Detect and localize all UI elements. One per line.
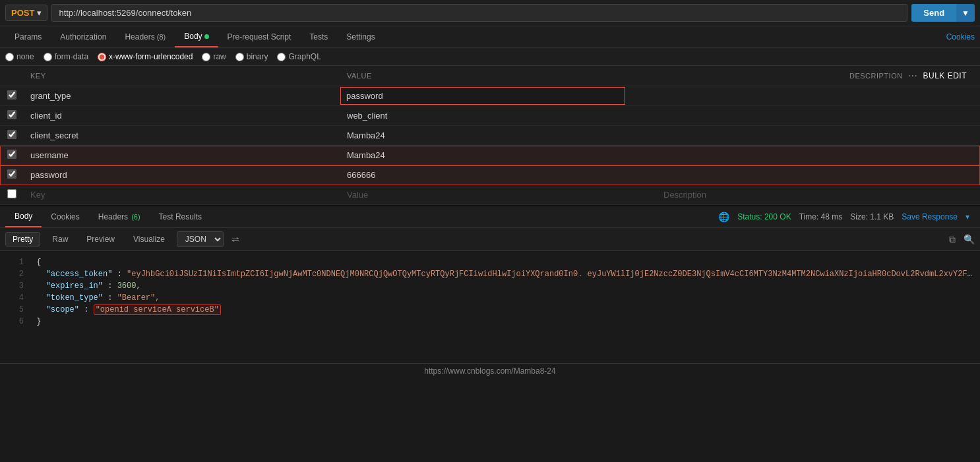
send-button-group: Send ▼	[911, 4, 975, 22]
search-icon[interactable]: 🔍	[964, 234, 975, 245]
resp-tab-cookies[interactable]: Cookies	[42, 207, 88, 227]
body-type-graphql[interactable]: GraphQL	[277, 52, 321, 61]
footer-watermark: https://www.cnblogs.com/Mamba8-24	[0, 363, 980, 378]
table-row	[0, 126, 980, 146]
url-input[interactable]	[51, 4, 907, 22]
tab-params[interactable]: Params	[5, 27, 51, 47]
save-response-dropdown-icon[interactable]: ▾	[965, 212, 969, 221]
tab-headers[interactable]: Headers (8)	[115, 27, 175, 47]
key-input[interactable]	[24, 106, 340, 125]
json-line-1: 1 {	[8, 256, 972, 268]
value-input[interactable]	[340, 165, 657, 185]
tab-authorization[interactable]: Authorization	[51, 27, 115, 47]
key-input[interactable]	[24, 165, 340, 185]
body-type-bar: none form-data x-www-form-urlencoded raw…	[0, 48, 980, 66]
json-line-6: 6 }	[8, 316, 972, 328]
response-tab-bar: Body Cookies Headers (6) Test Results 🌐 …	[0, 206, 980, 228]
send-dropdown-button[interactable]: ▼	[956, 4, 975, 22]
key-input[interactable]	[24, 146, 340, 165]
row-checkbox[interactable]	[7, 110, 16, 119]
table-row	[0, 106, 980, 126]
json-line-2: 2 "access_token" : "eyJhbGci0iJSUzI1NiIs…	[8, 268, 972, 280]
response-section: Body Cookies Headers (6) Test Results 🌐 …	[0, 205, 980, 378]
row-checkbox[interactable]	[7, 130, 16, 139]
response-size: Size: 1.1 KB	[850, 212, 894, 221]
status-code: Status: 200 OK	[737, 212, 791, 221]
body-type-binary[interactable]: binary	[235, 52, 268, 61]
body-type-none[interactable]: none	[5, 52, 34, 61]
response-icons: ⧉ 🔍	[949, 234, 975, 245]
desc-input-empty[interactable]	[657, 185, 980, 204]
row-checkbox[interactable]	[7, 150, 16, 159]
th-key: KEY	[24, 66, 340, 86]
desc-input[interactable]	[657, 146, 980, 165]
format-select[interactable]: JSON Text HTML	[177, 231, 224, 247]
format-tab-visualize[interactable]: Visualize	[127, 233, 171, 246]
send-button[interactable]: Send	[911, 4, 956, 22]
json-line-4: 4 "token_type" : "Bearer",	[8, 292, 972, 304]
format-tab-pretty[interactable]: Pretty	[5, 232, 40, 246]
row-checkbox[interactable]	[7, 169, 16, 179]
body-type-raw[interactable]: raw	[202, 52, 226, 61]
key-input-empty[interactable]	[24, 185, 340, 204]
form-table-wrapper: KEY VALUE DESCRIPTION ··· Bulk Edit	[0, 66, 980, 205]
tab-tests[interactable]: Tests	[300, 27, 337, 47]
format-bar: Pretty Raw Preview Visualize JSON Text H…	[0, 228, 980, 251]
wrap-icon[interactable]: ⇌	[231, 234, 239, 245]
th-checkbox	[0, 66, 24, 86]
scope-value: "openid serviceA serviceB"	[94, 304, 221, 315]
table-row-empty	[0, 185, 980, 205]
copy-icon[interactable]: ⧉	[949, 234, 956, 245]
json-content: 1 { 2 "access_token" : "eyJhbGci0iJSUzI1…	[0, 251, 980, 363]
format-tab-raw[interactable]: Raw	[46, 233, 75, 246]
resp-tab-headers[interactable]: Headers (6)	[89, 207, 150, 227]
body-type-urlencoded[interactable]: x-www-form-urlencoded	[98, 52, 193, 61]
value-input[interactable]	[340, 126, 657, 145]
save-response-button[interactable]: Save Response	[902, 212, 958, 221]
th-value: VALUE	[340, 66, 657, 86]
value-input[interactable]	[340, 146, 657, 165]
response-status-bar: 🌐 Status: 200 OK Time: 48 ms Size: 1.1 K…	[718, 212, 975, 222]
desc-input[interactable]	[657, 126, 980, 145]
method-dropdown-icon: ▾	[37, 8, 42, 18]
more-options-icon[interactable]: ···	[908, 70, 918, 82]
tab-settings[interactable]: Settings	[337, 27, 384, 47]
table-row	[0, 165, 980, 185]
body-type-form-data[interactable]: form-data	[44, 52, 88, 61]
form-table: KEY VALUE DESCRIPTION ··· Bulk Edit	[0, 66, 980, 205]
desc-input[interactable]	[657, 106, 980, 125]
value-input[interactable]	[340, 106, 657, 125]
cookies-link[interactable]: Cookies	[946, 27, 975, 47]
method-selector[interactable]: POST ▾	[5, 5, 47, 21]
body-dot	[204, 34, 209, 39]
desc-input[interactable]	[657, 86, 980, 105]
resp-tab-test-results[interactable]: Test Results	[150, 207, 211, 227]
bulk-edit-button[interactable]: Bulk Edit	[923, 71, 967, 80]
value-input[interactable]	[340, 87, 625, 105]
globe-icon: 🌐	[718, 212, 729, 222]
request-tab-bar: Params Authorization Headers (8) Body Pr…	[0, 26, 980, 48]
value-input-empty[interactable]	[340, 185, 657, 204]
key-input[interactable]	[24, 86, 340, 105]
row-checkbox[interactable]	[7, 90, 16, 100]
key-input[interactable]	[24, 126, 340, 145]
json-line-5: 5 "scope" : "openid serviceA serviceB"	[8, 304, 972, 316]
resp-tab-body[interactable]: Body	[5, 206, 42, 227]
response-time: Time: 48 ms	[799, 212, 843, 221]
method-label: POST	[11, 8, 34, 18]
tab-body[interactable]: Body	[175, 26, 218, 47]
json-line-3: 3 "expires_in" : 3600,	[8, 280, 972, 292]
desc-input[interactable]	[657, 165, 980, 185]
format-tab-preview[interactable]: Preview	[80, 233, 121, 246]
top-bar: POST ▾ Send ▼	[0, 0, 980, 26]
table-row	[0, 86, 980, 106]
th-description: DESCRIPTION ··· Bulk Edit	[657, 66, 980, 86]
tab-pre-request-script[interactable]: Pre-request Script	[218, 27, 301, 47]
row-checkbox[interactable]	[7, 189, 16, 198]
table-row	[0, 146, 980, 165]
